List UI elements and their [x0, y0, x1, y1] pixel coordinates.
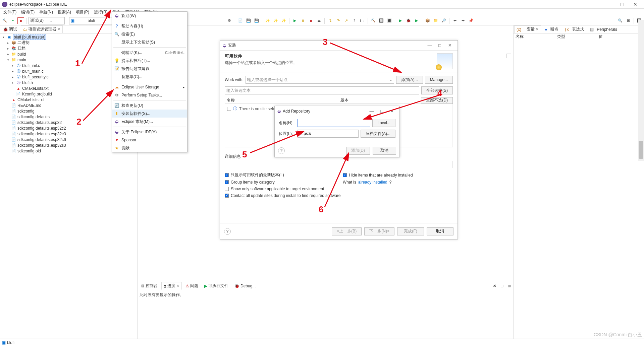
menu-update[interactable]: 🔄检查更新(U) — [112, 101, 187, 110]
stepover-icon[interactable]: ↷ — [335, 17, 341, 24]
cancel-button[interactable]: 取消 — [427, 227, 453, 235]
tab-debug[interactable]: 🐞调试 — [1, 25, 19, 33]
prev-button[interactable]: <上一步(B) — [332, 227, 362, 235]
opt-hide[interactable]: Hide items that are already installed — [343, 172, 453, 178]
max-button[interactable]: □ — [435, 43, 445, 48]
close-button[interactable]: ✕ — [445, 43, 455, 48]
min-button[interactable]: — — [425, 43, 435, 48]
tree-file[interactable]: blufi.h — [22, 80, 33, 85]
next-button[interactable]: 下一步(N)> — [364, 227, 394, 235]
tree-folder[interactable]: 二进制 — [17, 40, 30, 46]
pkg-icon[interactable]: 📦 — [424, 17, 431, 24]
help-button[interactable]: ? — [224, 228, 231, 235]
menu-about[interactable]: ◒关于 Eclipse IDE(A) — [112, 128, 187, 136]
tree-file[interactable]: README.md — [17, 103, 41, 108]
menu-search[interactable]: 🔍搜索(E) — [112, 30, 187, 38]
saveall-icon[interactable]: 💾 — [253, 17, 260, 24]
loc-input[interactable]: https:// — [298, 130, 359, 138]
menu-welcome[interactable]: ◒欢迎(W) — [112, 12, 187, 20]
srch-icon[interactable]: 🔎 — [440, 17, 447, 24]
close-button[interactable]: ✕ — [629, 0, 642, 8]
tab-peripherals[interactable]: ▤ Peripherals — [588, 26, 620, 33]
tree-file[interactable]: CMakeLists.txt — [17, 97, 44, 102]
tree-folder[interactable]: build — [17, 52, 26, 57]
close-icon[interactable]: ✕ — [176, 284, 179, 288]
opt-contact[interactable]: Contact all update sites during install … — [225, 193, 453, 198]
debug2-icon[interactable]: 🐞 — [405, 17, 412, 24]
add-button[interactable]: 添加(D) — [346, 147, 370, 155]
instr-icon[interactable]: i→ — [359, 17, 366, 24]
stepout-icon[interactable]: ↗ — [343, 17, 350, 24]
workwith-combo[interactable]: 输入或者选择一个站点⌄ — [246, 76, 394, 84]
right-scrollbar[interactable] — [638, 20, 644, 161]
opt-target[interactable]: Show only software applicable to target … — [225, 187, 335, 191]
cancel-button[interactable]: 取消 — [373, 147, 396, 155]
select-all-button[interactable]: 全部选中(S) — [421, 86, 453, 94]
chip-icon[interactable]: 🔲 — [378, 17, 385, 24]
manage-button[interactable]: Manage... — [425, 76, 453, 84]
disconnect-icon[interactable]: ⏏ — [316, 17, 322, 24]
tab-problems[interactable]: ⚠问题 — [183, 282, 201, 290]
bug-icon[interactable]: ✶ — [9, 17, 16, 24]
opt-latest[interactable]: 只显示可用软件的最新版本(L) — [225, 172, 335, 178]
debug-combo[interactable]: 调试(B)⌄ — [29, 17, 65, 24]
min-button[interactable]: — — [367, 109, 377, 114]
menu-search[interactable]: 搜索(A) — [56, 9, 73, 16]
menu-edit[interactable]: 编辑(E) — [19, 9, 37, 16]
tree-file[interactable]: blufi_main.c — [22, 69, 44, 74]
pause-icon[interactable]: ⏸ — [300, 17, 306, 24]
min-icon[interactable]: ⊟ — [498, 283, 505, 289]
menu-setup[interactable]: ⚙Perform Setup Tasks... — [112, 91, 187, 99]
menu-report[interactable]: 📝报告问题或建议 — [112, 65, 187, 73]
save-icon[interactable]: 💾 — [245, 17, 252, 24]
wand-icon[interactable]: ✨ — [264, 17, 271, 24]
tab-exec[interactable]: ▶可执行文件 — [202, 282, 231, 290]
menu-install[interactable]: ⬇安装新软件(S)... — [112, 110, 187, 118]
min-editor-icon[interactable] — [506, 54, 511, 58]
clear-icon[interactable]: ✖ — [491, 283, 498, 289]
tab-explorer[interactable]: 🗂项目资源管理器✕ — [21, 25, 63, 33]
persp-open-icon[interactable]: ⊞ — [625, 17, 632, 24]
tree-file[interactable]: sdkconfig.defaults.esp32 — [17, 120, 62, 125]
play-icon[interactable]: ▶ — [291, 17, 298, 24]
fwd-icon[interactable]: ➡ — [460, 17, 466, 24]
tree-file[interactable]: sdkconfig.old — [17, 149, 41, 153]
board-icon[interactable]: 🔳 — [386, 17, 393, 24]
new-icon[interactable]: 📄 — [237, 17, 244, 24]
max-button[interactable]: □ — [377, 109, 387, 114]
tab-debug[interactable]: 🐞Debug... — [232, 283, 258, 289]
close-icon[interactable]: ✕ — [57, 27, 60, 31]
blufi-combo[interactable]: ▣ blufi⌄ — [69, 17, 116, 24]
tree-root[interactable]: blufi [blufi master] — [13, 34, 46, 40]
menu-project[interactable]: 项目(P) — [74, 9, 91, 16]
tree-file[interactable]: blufi_security.c — [22, 75, 48, 79]
tree-file[interactable]: sdkconfig.defaults.esp32c6 — [17, 137, 66, 142]
stepinto-icon[interactable]: ↴ — [327, 17, 333, 24]
local-button[interactable]: Local... — [372, 119, 395, 127]
stepret-icon[interactable]: ⤴ — [351, 17, 358, 24]
menu-run[interactable]: 运行(R) — [92, 9, 110, 16]
ext-icon[interactable]: ▶ — [413, 17, 420, 24]
stop2-icon[interactable]: ■ — [308, 17, 314, 24]
close-icon[interactable]: ✕ — [536, 27, 539, 31]
wand2-icon[interactable]: ✨ — [272, 17, 279, 24]
menu-cheat[interactable]: 备忘单(C)... — [112, 73, 187, 81]
menu-shortcuts[interactable]: 键辅助(K)...Ctrl+Shift+L — [112, 49, 187, 57]
name-input[interactable] — [298, 119, 370, 127]
tree-folder[interactable]: 归档 — [17, 46, 25, 51]
back-icon[interactable]: ⬅ — [451, 17, 458, 24]
stop-icon[interactable]: ■ — [17, 17, 24, 24]
tree-file[interactable]: CMakeLists.txt — [22, 86, 49, 91]
hammer2-icon[interactable]: 🔨 — [370, 17, 377, 24]
menu-nav[interactable]: 导航(N) — [37, 9, 55, 16]
pin-icon[interactable]: 📌 — [468, 17, 474, 24]
tab-console[interactable]: 🖥控制台 — [138, 282, 160, 290]
search-icon[interactable]: 🔍 — [617, 17, 624, 24]
tree-file[interactable]: sdkconfig.defaults.esp32c2 — [17, 126, 66, 131]
menu-market[interactable]: ◒Eclipse 市场(M)... — [112, 118, 187, 126]
menu-file[interactable]: 文件(F) — [1, 9, 18, 16]
tree-file[interactable]: sdkconfig.defaults.esp32s3 — [17, 143, 66, 148]
min-button[interactable]: — — [602, 0, 615, 8]
already-installed-link[interactable]: already installed — [358, 180, 387, 185]
max-button[interactable]: □ — [615, 0, 629, 8]
